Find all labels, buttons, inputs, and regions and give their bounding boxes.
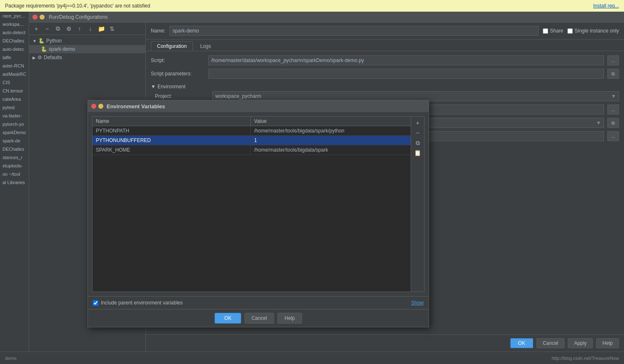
sidebar-item-14[interactable]: sparkDemo [0,128,29,137]
tab-logs[interactable]: Logs [194,41,217,51]
sidebar-item-4[interactable]: auto-detec [0,45,29,53]
sidebar-item-8[interactable]: CIS [0,78,29,87]
tree-arrow-defaults: ▶ [32,55,36,60]
sidebar-item-10[interactable]: cateArea [0,95,29,103]
sidebar-item-11[interactable]: pytest [0,103,29,112]
name-label: Name: [151,28,165,34]
add-config-button[interactable]: + [32,24,41,33]
sidebar-item-12[interactable]: va-faster- [0,112,29,120]
run-debug-title: Run/Debug Configurations [49,14,107,20]
apply-button[interactable]: Apply [568,338,593,348]
environment-arrow: ▼ [151,84,156,90]
run-debug-titlebar: Run/Debug Configurations [29,12,624,22]
script-params-input[interactable] [208,69,604,79]
dialog-minimize-circle[interactable] [98,104,103,109]
sidebar-item-13[interactable]: pytorch-yo [0,120,29,128]
dialog-buttons: OK Cancel Help [88,309,429,327]
sidebar-item-3[interactable]: DEChalles [0,37,29,45]
col-value-header: Value [251,117,411,126]
single-instance-checkbox-area: Single instance only [567,28,619,34]
python-icon: 🐍 [38,38,45,44]
sidebar-item-7[interactable]: astMaskRC [0,70,29,78]
show-link[interactable]: Show [411,300,424,306]
python-interpreter-browse-button[interactable]: ⧉ [607,118,619,128]
tab-configuration[interactable]: Configuration [151,41,193,51]
include-parent-checkbox[interactable] [93,300,98,306]
minimize-circle[interactable] [40,15,45,20]
env-add-button[interactable]: + [413,118,422,127]
dialog-help-button[interactable]: Help [277,313,302,324]
script-params-label: Script parameters: [151,71,205,77]
settings-button[interactable]: ⚙ [64,24,73,33]
copy-config-button[interactable]: ⧉ [53,24,62,33]
defaults-label: Defaults [44,55,62,60]
script-params-row: Script parameters: ⧉ [151,69,619,79]
status-right: http://blog.csdn.net/TreasureNow [552,356,619,361]
sidebar-item-6[interactable]: aster-RCN [0,62,29,70]
share-checkbox[interactable] [543,28,548,34]
env-row-0[interactable]: PYTHONPATH /home/master/tools/bigdata/sp… [92,126,411,136]
tree-defaults[interactable]: ▶ ⚙ Defaults [29,53,145,62]
remove-config-button[interactable]: − [42,24,52,33]
env-name-input-1[interactable] [96,137,247,143]
move-down-button[interactable]: ↓ [86,24,95,33]
env-table-header: Name Value [92,117,411,126]
script-params-browse-button[interactable]: ⧉ [607,69,619,79]
sort-button[interactable]: ⇅ [107,24,117,33]
spark-demo-label: spark-demo [49,46,75,52]
help-button[interactable]: Help [596,338,619,348]
working-dir-browse-button[interactable]: ... [607,131,619,141]
env-paste-button[interactable]: 📋 [413,148,422,157]
dialog-close-circle[interactable] [91,104,96,109]
sidebar-item-15[interactable]: spark-de [0,137,29,145]
env-dialog: Environment Variables Name Value PYTHONP… [87,100,429,327]
env-row-1[interactable] [92,136,411,145]
bottom-buttons: OK Cancel Apply Help [146,334,624,352]
script-label: Script: [151,57,205,63]
move-up-button[interactable]: ↑ [75,24,84,33]
env-cell-value-2: /home/master/tools/bigdata/spark [251,145,411,155]
single-instance-label: Single instance only [574,28,619,34]
dialog-cancel-button[interactable]: Cancel [245,313,274,324]
warning-bar: Package requirements 'py4j==0.10.4', 'py… [0,0,624,12]
sidebar-item-5[interactable]: laffe [0,53,29,62]
sidebar-item-20[interactable]: al Libraries [0,178,29,187]
sidebar-item-1[interactable]: workspace_pycharm ~/datas/workspace [0,20,29,28]
tree-python-group[interactable]: ▼ 🐍 Python [29,37,145,45]
tree-spark-demo[interactable]: 🐍 spark-demo [29,45,145,53]
ok-button[interactable]: OK [510,338,533,348]
script-browse-button[interactable]: ... [607,55,619,65]
env-row-2[interactable]: SPARK_HOME /home/master/tools/bigdata/sp… [92,145,411,155]
env-remove-button[interactable]: − [413,128,422,137]
name-row: Name: Share Single instance only [146,22,624,40]
spark-demo-icon: 🐍 [41,46,47,52]
env-footer: Include parent environment variables Sho… [88,296,429,309]
dialog-titlebar: Environment Variables [88,100,429,112]
env-copy-button[interactable]: ⧉ [413,138,422,147]
install-link[interactable]: Install req... [593,3,619,9]
project-value: workspace_pycharm [215,93,261,99]
env-vars-browse-button[interactable]: ... [607,105,619,115]
single-instance-checkbox[interactable] [567,28,573,34]
close-circle[interactable] [32,15,37,20]
sidebar-item-2[interactable]: auto-detect [0,28,29,37]
sidebar-item-16[interactable]: DEChalles [0,145,29,153]
sidebar-item-19[interactable]: on ~/tool [0,170,29,178]
sidebar-item-17[interactable]: stances_r [0,153,29,162]
folder-button[interactable]: 📁 [97,24,106,33]
name-input[interactable] [170,26,539,36]
env-value-input-1[interactable] [254,137,407,143]
sidebar-item-9[interactable]: CN.tensor [0,87,29,95]
python-group-label: Python [46,38,62,44]
sidebar-item-0[interactable]: race_pycharm [0,12,29,20]
status-bar: demo http://blog.csdn.net/TreasureNow [0,352,624,364]
titlebar-circles [32,15,45,20]
script-input[interactable] [208,55,604,65]
env-table: Name Value PYTHONPATH /home/master/tools… [92,117,411,292]
sidebar-item-18[interactable]: etuptools- [0,162,29,170]
environment-section-header[interactable]: ▼ Environment [151,82,619,91]
share-label: Share [550,28,563,34]
cancel-button[interactable]: Cancel [537,338,564,348]
dialog-ok-button[interactable]: OK [215,313,241,324]
sidebar: race_pycharm workspace_pycharm ~/datas/w… [0,12,29,364]
